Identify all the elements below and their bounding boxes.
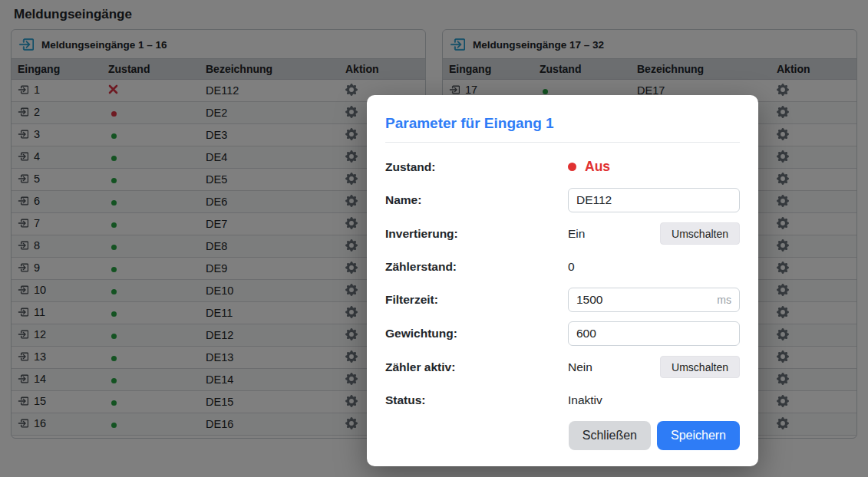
close-button[interactable]: Schließen	[569, 421, 651, 450]
modal-footer: Schließen Speichern	[385, 421, 740, 450]
state-value: Aus	[585, 159, 610, 175]
field-row-status: Status:Inaktiv	[385, 388, 740, 412]
parameter-dialog: Parameter für Eingang 1 Zustand:AusName:…	[367, 95, 758, 466]
field-value: NeinUmschalten	[568, 356, 740, 378]
name-input[interactable]	[568, 188, 740, 212]
field-row-filterzeit: Filterzeit:ms	[385, 288, 740, 312]
field-value: Inaktiv	[568, 393, 740, 407]
state-off-dot	[568, 163, 576, 171]
field-label: Status:	[385, 393, 568, 407]
text-value: 0	[568, 260, 575, 274]
field-label: Zustand:	[385, 160, 568, 174]
toggle-value: Ein	[568, 227, 585, 241]
field-label: Invertierung:	[385, 227, 568, 241]
field-row-zaehlerstand: Zählerstand:0	[385, 255, 740, 278]
field-row-name: Name:	[385, 188, 740, 212]
field-row-zaehler-aktiv: Zähler aktiv:NeinUmschalten	[385, 355, 740, 379]
toggle-value: Nein	[568, 360, 592, 374]
field-value	[568, 321, 740, 346]
field-label: Name:	[385, 193, 568, 207]
save-button[interactable]: Speichern	[657, 421, 740, 450]
field-value	[568, 188, 740, 212]
unit-suffix: ms	[717, 294, 731, 306]
field-row-zustand: Zustand:Aus	[385, 155, 740, 179]
field-row-gewichtung: Gewichtung:	[385, 321, 740, 346]
field-label: Filterzeit:	[385, 293, 568, 307]
field-row-invertierung: Invertierung:EinUmschalten	[385, 222, 740, 245]
gewichtung-input[interactable]	[568, 321, 740, 346]
zaehler-aktiv-toggle-button[interactable]: Umschalten	[660, 356, 740, 378]
field-label: Gewichtung:	[385, 327, 568, 340]
filterzeit-input[interactable]	[568, 288, 740, 312]
field-value: 0	[568, 260, 740, 274]
divider	[385, 142, 740, 143]
field-value: ms	[568, 288, 740, 312]
text-value: Inaktiv	[568, 393, 602, 407]
field-label: Zähler aktiv:	[385, 360, 568, 374]
modal-title: Parameter für Eingang 1	[385, 115, 740, 132]
field-value: Aus	[568, 159, 740, 175]
field-value: EinUmschalten	[568, 222, 740, 245]
invertierung-toggle-button[interactable]: Umschalten	[660, 222, 740, 245]
field-label: Zählerstand:	[385, 260, 568, 274]
modal-fields: Zustand:AusName:Invertierung:EinUmschalt…	[385, 155, 740, 421]
